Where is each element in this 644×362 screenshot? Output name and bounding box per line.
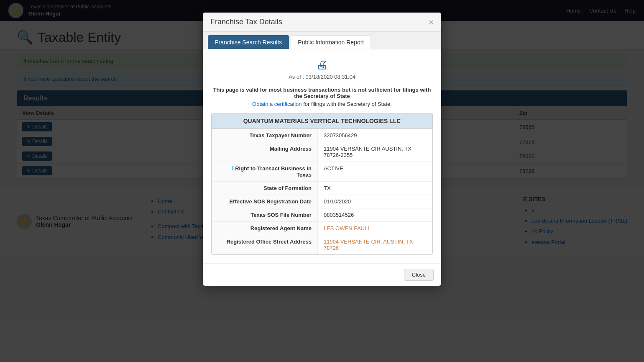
- tab-franchise-search[interactable]: Franchise Search Results: [208, 35, 289, 49]
- tab-public-information[interactable]: Public Information Report: [291, 35, 371, 49]
- close-button[interactable]: Close: [404, 269, 434, 281]
- detail-value: 32073056429: [317, 129, 432, 142]
- detail-label: Effective SOS Registration Date: [212, 195, 317, 208]
- detail-value-link[interactable]: 11904 VERSANTE CIR. AUSTIN, TX 78726: [324, 239, 413, 251]
- detail-table-wrapper: QUANTUM MATERIALS VERTICAL TECHNOLOGIES …: [211, 113, 433, 255]
- detail-label: Registered Agent Name: [212, 222, 317, 235]
- detail-row: Texas SOS File Number0803514526: [212, 208, 432, 222]
- detail-row: State of FormationTX: [212, 182, 432, 195]
- entity-name: QUANTUM MATERIALS VERTICAL TECHNOLOGIES …: [212, 113, 432, 129]
- detail-label: ℹ Right to Transact Business in Texas: [212, 162, 317, 182]
- background-page: ⭐ Texas Comptroller of Public Accounts G…: [0, 0, 644, 362]
- modal-body: 🖨 As of : 03/18/2020 08:31:04 This page …: [203, 49, 441, 263]
- timestamp: As of : 03/18/2020 08:31:04: [289, 74, 355, 80]
- detail-row: Effective SOS Registration Date01/10/202…: [212, 195, 432, 208]
- modal-dialog: Franchise Tax Details × Franchise Search…: [203, 13, 441, 286]
- detail-value: ACTIVE: [317, 162, 432, 182]
- modal-tabs: Franchise Search Results Public Informat…: [203, 32, 441, 49]
- detail-value: 01/10/2020: [317, 195, 432, 208]
- detail-row: Registered Office Street Address11904 VE…: [212, 235, 432, 255]
- modal-footer: Close: [203, 263, 441, 286]
- modal-overlay: Franchise Tax Details × Franchise Search…: [0, 0, 644, 362]
- detail-row: Texas Taxpayer Number32073056429: [212, 129, 432, 142]
- print-icon[interactable]: 🖨: [211, 58, 433, 72]
- detail-value: TX: [317, 182, 432, 195]
- detail-value[interactable]: 11904 VERSANTE CIR. AUSTIN, TX 78726: [317, 235, 432, 255]
- modal-title: Franchise Tax Details: [210, 18, 282, 26]
- detail-row: Registered Agent NameLES OWEN PAULL: [212, 222, 432, 235]
- detail-label: State of Formation: [212, 182, 317, 195]
- modal-header: Franchise Tax Details ×: [203, 13, 441, 32]
- detail-value-link[interactable]: LES OWEN PAULL: [324, 225, 371, 231]
- detail-label: Mailing Address: [212, 142, 317, 162]
- detail-value: 11904 VERSANTE CIR AUSTIN, TX 78726-2355: [317, 142, 432, 162]
- validity-bold-text: This page is valid for most business tra…: [211, 87, 433, 99]
- detail-row: Mailing Address11904 VERSANTE CIR AUSTIN…: [212, 142, 432, 162]
- validity-notice: This page is valid for most business tra…: [211, 87, 433, 107]
- validity-suffix: for filings with the Secretary of State.: [303, 101, 392, 107]
- detail-table: Texas Taxpayer Number32073056429Mailing …: [212, 129, 432, 254]
- obtain-certification-link[interactable]: Obtain a certification: [252, 101, 302, 107]
- modal-close-button[interactable]: ×: [429, 18, 434, 26]
- detail-row: ℹ Right to Transact Business in TexasACT…: [212, 162, 432, 182]
- detail-label: Texas Taxpayer Number: [212, 129, 317, 142]
- validity-link-wrapper: Obtain a certification for filings with …: [252, 101, 392, 107]
- detail-value[interactable]: LES OWEN PAULL: [317, 222, 432, 235]
- detail-value: 0803514526: [317, 208, 432, 222]
- print-area: 🖨 As of : 03/18/2020 08:31:04: [211, 58, 433, 80]
- detail-label: Texas SOS File Number: [212, 208, 317, 222]
- info-icon[interactable]: ℹ: [232, 165, 234, 172]
- detail-label: Registered Office Street Address: [212, 235, 317, 255]
